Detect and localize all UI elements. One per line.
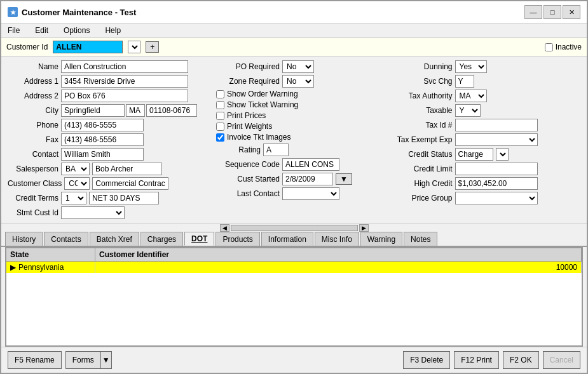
invoice-tkt-checkbox[interactable] — [216, 133, 224, 142]
zone-required-select[interactable]: No — [282, 75, 314, 88]
zone-required-label: Zone Required — [216, 77, 280, 86]
address1-input[interactable] — [61, 75, 188, 88]
salesperson-name-input[interactable] — [92, 163, 162, 175]
scroll-right-button[interactable]: ▶ — [359, 224, 369, 232]
address2-input[interactable] — [61, 90, 188, 102]
delete-button[interactable]: F3 Delete — [403, 351, 450, 369]
rating-input[interactable] — [263, 144, 289, 156]
cancel-button[interactable]: Cancel — [543, 351, 580, 369]
tab-content-dot: State Customer Identifier ▶ Pennsylvania… — [5, 247, 583, 347]
forms-dropdown-arrow[interactable]: ▼ — [101, 351, 112, 369]
app-icon: ★ — [8, 7, 18, 17]
city-input[interactable] — [61, 104, 125, 117]
minimize-button[interactable]: — — [524, 5, 542, 19]
tax-id-input[interactable] — [455, 119, 538, 131]
inactive-checkbox[interactable] — [545, 43, 553, 51]
horizontal-scrollbar[interactable]: ◀ ▶ — [1, 223, 587, 232]
taxable-select[interactable]: Y — [455, 104, 481, 117]
tab-contacts[interactable]: Contacts — [44, 232, 88, 246]
dunning-label: Dunning — [395, 62, 453, 71]
svc-chg-input[interactable] — [455, 75, 474, 88]
forms-button[interactable]: Forms — [65, 351, 101, 369]
state-input[interactable] — [126, 104, 145, 117]
phone-input[interactable] — [61, 119, 144, 131]
name-label: Name — [8, 62, 58, 71]
bottom-bar: F5 Rename Forms ▼ F3 Delete F12 Print F2… — [1, 347, 587, 373]
print-weights-checkbox[interactable] — [216, 123, 224, 131]
menu-options[interactable]: Options — [61, 25, 92, 36]
print-prices-checkbox[interactable] — [216, 112, 224, 120]
tax-authority-label: Tax Authority — [395, 91, 453, 100]
ok-button[interactable]: F2 OK — [503, 351, 539, 369]
tab-charges[interactable]: Charges — [140, 232, 183, 246]
taxable-label: Taxable — [395, 106, 453, 115]
contact-label: Contact — [8, 150, 58, 159]
show-order-warning-checkbox[interactable] — [216, 90, 224, 98]
dunning-select[interactable]: Yes — [455, 60, 487, 73]
tab-warning[interactable]: Warning — [360, 232, 402, 246]
tab-batch-xref[interactable]: Batch Xref — [90, 232, 139, 246]
price-group-select[interactable] — [455, 192, 538, 204]
high-credit-label: High Credit — [395, 179, 453, 188]
print-prices-label: Print Prices — [227, 111, 266, 120]
menu-help[interactable]: Help — [102, 25, 123, 36]
tax-exempt-label: Tax Exempt Exp — [395, 135, 453, 144]
contact-input[interactable] — [61, 148, 144, 161]
cust-started-input[interactable] — [282, 173, 333, 185]
salesperson-label: Salesperson — [8, 164, 58, 173]
po-required-select[interactable]: No — [282, 60, 314, 73]
po-required-label: PO Required — [216, 62, 280, 71]
last-contact-select[interactable] — [282, 187, 339, 200]
add-customer-button[interactable]: + — [146, 41, 159, 53]
tab-notes[interactable]: Notes — [404, 232, 437, 246]
sequence-code-input[interactable] — [282, 158, 339, 171]
address1-label: Address 1 — [8, 77, 58, 86]
cust-started-dropdown[interactable]: ▼ — [336, 173, 352, 185]
credit-terms-name-input[interactable] — [89, 192, 159, 204]
tax-exempt-select[interactable] — [455, 133, 538, 146]
rename-button[interactable]: F5 Rename — [8, 351, 62, 369]
sequence-code-label: Sequence Code — [216, 160, 280, 169]
customer-class-code-select[interactable]: CC — [64, 177, 90, 190]
scrollbar-track[interactable] — [231, 225, 358, 231]
row-indicator-icon: ▶ — [10, 263, 16, 272]
show-ticket-warning-checkbox[interactable] — [216, 101, 224, 109]
maximize-button[interactable]: □ — [544, 5, 561, 19]
scroll-left-button[interactable]: ◀ — [220, 224, 229, 232]
tab-products[interactable]: Products — [215, 232, 259, 246]
print-button[interactable]: F12 Print — [454, 351, 499, 369]
salesperson-code-select[interactable]: BA — [61, 163, 90, 175]
state-cell: ▶ Pennsylvania — [6, 262, 95, 273]
tab-misc-info[interactable]: Misc Info — [315, 232, 359, 246]
phone-label: Phone — [8, 121, 58, 130]
customer-id-label: Customer Id — [6, 43, 48, 51]
forms-button-group: Forms ▼ — [65, 351, 112, 369]
menu-edit[interactable]: Edit — [32, 25, 51, 36]
high-credit-input[interactable] — [455, 177, 538, 190]
print-weights-label: Print Weights — [227, 122, 272, 131]
table-row[interactable]: ▶ Pennsylvania 10000 — [6, 262, 582, 273]
credit-limit-input[interactable] — [455, 163, 538, 175]
customer-class-label: Customer Class — [8, 179, 62, 188]
svc-chg-label: Svc Chg — [395, 77, 453, 86]
customer-id-dropdown[interactable]: ▼ — [128, 41, 140, 53]
tax-authority-select[interactable]: MA — [455, 90, 487, 102]
fax-input[interactable] — [61, 133, 144, 146]
credit-status-input[interactable] — [455, 148, 493, 161]
tab-information[interactable]: Information — [261, 232, 313, 246]
rating-label: Rating — [216, 145, 261, 154]
name-input[interactable] — [61, 60, 188, 73]
tab-dot[interactable]: DOT — [184, 232, 214, 246]
credit-terms-code-select[interactable]: 1 — [61, 192, 86, 204]
tab-history[interactable]: History — [5, 232, 43, 246]
credit-status-select[interactable]: ▼ — [496, 148, 509, 161]
customer-id-input[interactable] — [53, 41, 123, 53]
cust-started-label: Cust Started — [216, 175, 280, 184]
stmt-cust-label: Stmt Cust Id — [8, 208, 58, 217]
close-button[interactable]: ✕ — [563, 5, 580, 19]
stmt-cust-select[interactable] — [61, 206, 125, 219]
tab-bar: History Contacts Batch Xref Charges DOT … — [1, 232, 587, 247]
zip-input[interactable] — [146, 104, 197, 117]
customer-class-name-input[interactable] — [92, 177, 168, 190]
menu-file[interactable]: File — [5, 25, 22, 36]
